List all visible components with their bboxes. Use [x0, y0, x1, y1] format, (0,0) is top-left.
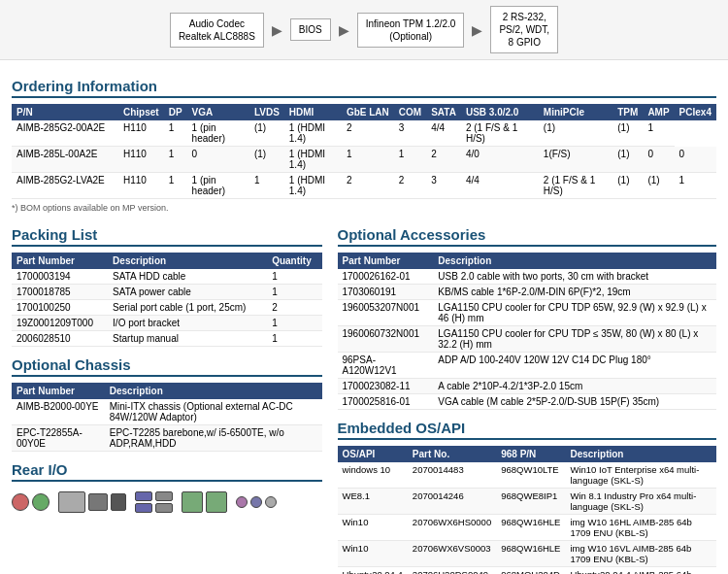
port-audio2	[250, 496, 262, 508]
table-cell: AIMB-285G2-LVA2E	[12, 173, 118, 199]
ordering-col-amp: AMP	[643, 104, 674, 120]
rear-io-visual	[12, 488, 322, 519]
table-row: AIMB-285G2-LVA2EH11011 (pin header)11 (H…	[12, 173, 716, 199]
table-cell: A cable 2*10P-4.2/1*3P-2.0 15cm	[433, 379, 716, 394]
table-cell: 2 (1 F/S & 1 H/S)	[539, 173, 612, 199]
table-cell: Mini-ITX chassis (Optional external AC-D…	[105, 399, 322, 425]
left-column: Packing List Part NumberDescriptionQuant…	[12, 217, 322, 574]
table-row: AIMB-B2000-00YEMini-ITX chassis (Optiona…	[12, 399, 322, 425]
table-cell: 2	[267, 300, 321, 316]
table-cell: VGA cable (M cable 2*5P-2.0/D-SUB 15P(F)…	[433, 394, 716, 410]
table-row: Win1020706WX6VS0003968QW16HLEimg W10 16V…	[338, 541, 717, 567]
table-row: 1700003194SATA HDD cable1	[12, 269, 322, 285]
port-lan1	[182, 491, 203, 513]
port-dp	[88, 493, 108, 511]
packing-col: Quantity	[267, 253, 321, 269]
table-cell: AIMB-285L-00A2E	[12, 147, 118, 173]
table-row: 19Z0001209T000I/O port bracket1	[12, 316, 322, 331]
table-cell: 968QW16HLE	[496, 541, 565, 567]
table-row: AIMB-285L-00A2EH11010(1)1 (HDMI 1.4)1124…	[12, 147, 716, 173]
ordering-col-gbe-lan: GbE LAN	[342, 104, 394, 120]
table-cell: 2070014246	[408, 489, 496, 515]
arrow1: ▶	[272, 22, 282, 38]
table-cell: 1700025816-01	[338, 394, 434, 410]
table-cell: 1700026162-01	[338, 269, 434, 285]
ordering-col-tpm: TPM	[612, 104, 643, 120]
ordering-col-minipcie: MiniPCIe	[539, 104, 612, 120]
table-row: Win1020706WX6HS0000968QW16HLEimg W10 16H…	[338, 515, 717, 541]
table-cell: SATA HDD cable	[108, 269, 267, 285]
table-cell: 4/4	[426, 120, 461, 147]
table-cell: 1	[164, 173, 187, 199]
ordering-footnote: *) BOM options available on MP version.	[12, 203, 716, 213]
table-cell: 96PSA-A120W12V1	[338, 353, 434, 379]
table-cell: 1 (HDMI 1.4)	[284, 173, 342, 199]
port-vga	[58, 491, 85, 513]
table-cell: (1)	[612, 173, 643, 199]
table-row: 1960053207N001LGA1150 CPU cooler for CPU…	[338, 300, 717, 326]
ordering-col-com: COM	[394, 104, 426, 120]
table-cell: Startup manual	[108, 331, 267, 347]
chassis-col: Part Number	[12, 383, 105, 399]
table-cell: 1	[164, 120, 187, 147]
table-cell: 1	[267, 331, 321, 347]
table-cell: 0	[675, 147, 716, 173]
table-cell: 1	[643, 120, 674, 147]
table-cell: H110	[118, 147, 164, 173]
table-cell: 2006028510	[12, 331, 108, 347]
ordering-table: P/NChipsetDPVGALVDSHDMIGbE LANCOMSATAUSB…	[12, 104, 716, 199]
table-cell: 20706WX6VS0003	[408, 541, 496, 567]
ordering-col-vga: VGA	[187, 104, 249, 120]
table-cell: Ubuntu20.04.4	[338, 567, 408, 575]
table-cell: 3	[426, 173, 461, 199]
table-cell: 1(F/S)	[539, 147, 612, 173]
table-cell: AIMB-B2000-00YE	[12, 399, 105, 425]
table-cell: 1 (HDMI 1.4)	[284, 147, 342, 173]
optional-accessories-title: Optional Accessories	[338, 226, 717, 247]
table-cell: Win10 IoT Enterprise x64 multi-language …	[565, 462, 716, 489]
table-cell: 2 (1 F/S & 1 H/S)	[461, 120, 539, 147]
table-row: 96PSA-A120W12V1ADP A/D 100-240V 120W 12V…	[338, 353, 717, 379]
table-cell: Win 8.1 Industry Pro x64 multi-language …	[565, 489, 716, 515]
ordering-col-lvds: LVDS	[249, 104, 284, 120]
arrow2: ▶	[339, 22, 349, 38]
table-cell: 1	[267, 269, 321, 285]
ordering-col-sata: SATA	[426, 104, 461, 120]
top-diagram: Audio CodecRealtek ALC888S ▶ BIOS ▶ Infi…	[0, 0, 728, 60]
accessories-col: Description	[433, 253, 716, 269]
port-audio	[236, 496, 248, 508]
ordering-col-dp: DP	[164, 104, 187, 120]
table-cell: img W10 16VL AIMB-285 64b 1709 ENU (KBL-…	[565, 541, 716, 567]
ordering-col-pciex4: PCIex4	[675, 104, 716, 120]
table-cell: 0	[187, 147, 249, 173]
table-row: 2006028510Startup manual1	[12, 331, 322, 347]
table-cell: 4/0	[461, 147, 539, 173]
table-cell: 968QW16HLE	[496, 515, 565, 541]
rear-io-title: Rear I/O	[12, 461, 322, 482]
table-cell: USB 2.0 cable with two ports, 30 cm with…	[433, 269, 716, 285]
port-usb2-bot	[155, 503, 173, 513]
table-cell: 1	[342, 147, 394, 173]
table-cell: img W10 16HL AIMB-285 64b 1709 ENU (KBL-…	[565, 515, 716, 541]
table-cell: 2	[342, 120, 394, 147]
gpio-box: 2 RS-232,PS/2, WDT,8 GPIO	[490, 6, 558, 53]
table-row: windows 102070014483968QW10LTEWin10 IoT …	[338, 462, 717, 489]
table-cell: (1)	[643, 173, 674, 199]
table-row: 1703060191KB/MS cable 1*6P-2.0/M-DIN 6P(…	[338, 285, 717, 300]
table-cell: H110	[118, 173, 164, 199]
main-content: Ordering Information P/NChipsetDPVGALVDS…	[0, 60, 728, 574]
table-row: Ubuntu20.04.420706U20DS0049968MOU204DUbu…	[338, 567, 717, 575]
table-cell: 1	[394, 147, 426, 173]
right-column: Optional Accessories Part NumberDescript…	[338, 217, 717, 574]
table-cell: 1700023082-11	[338, 379, 434, 394]
table-cell: 20706U20DS0049	[408, 567, 496, 575]
table-cell: KB/MS cable 1*6P-2.0/M-DIN 6P(F)*2, 19cm	[433, 285, 716, 300]
embedded-col: OS/API	[338, 446, 408, 462]
table-cell: 1703060191	[338, 285, 434, 300]
embedded-col: Part No.	[408, 446, 496, 462]
embedded-col: Description	[565, 446, 716, 462]
packing-table: Part NumberDescriptionQuantity 170000319…	[12, 253, 322, 347]
table-cell: 2	[394, 173, 426, 199]
table-cell: (1)	[612, 120, 643, 147]
port-audio3	[265, 496, 277, 508]
